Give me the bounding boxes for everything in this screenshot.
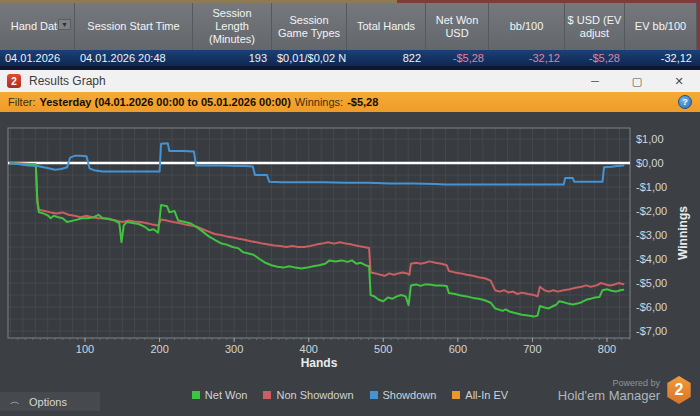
legend-swatch-icon — [192, 391, 200, 399]
maximize-button[interactable]: ▢ — [616, 70, 658, 92]
legend-item-net-won[interactable]: Net Won — [192, 389, 248, 401]
results-graph-window: 2 Results Graph ─ ▢ ✕ Filter: Yesterday … — [0, 70, 700, 416]
filter-label: Filter: — [8, 96, 36, 108]
x-tick-label: 600 — [449, 343, 467, 355]
header-label: EV bb/100 — [635, 20, 686, 33]
winnings-label: Winnings: — [295, 96, 343, 108]
filter-period: Yesterday (04.01.2026 00:00 to 05.01.202… — [40, 96, 291, 108]
window-title: Results Graph — [29, 74, 106, 88]
legend-item-all-in-ev[interactable]: All-In EV — [452, 389, 508, 401]
sort-arrow-icon[interactable]: ▼ — [58, 19, 71, 30]
y-tick-label: -$5,00 — [636, 277, 667, 289]
legend-item-showdown[interactable]: Showdown — [370, 389, 437, 401]
header-cell-3[interactable]: Session Game Types — [272, 3, 347, 50]
row-cell-5[interactable]: -$5,28 — [426, 52, 489, 64]
header-label: Net Won USD — [428, 14, 486, 40]
hm2-hex-logo-icon: 2 — [666, 376, 692, 404]
legend-item-non-showdown[interactable]: Non Showdown — [263, 389, 353, 401]
options-label: Options — [29, 396, 67, 408]
filter-bar[interactable]: Filter: Yesterday (04.01.2026 00:00 to 0… — [0, 92, 700, 112]
x-tick-label: 400 — [300, 343, 318, 355]
row-cell-8[interactable]: -32,12 — [625, 52, 697, 64]
y-tick-label: -$3,00 — [636, 229, 667, 241]
hm2-app-icon: 2 — [7, 74, 21, 88]
x-axis-title: Hands — [301, 356, 338, 370]
table-row[interactable]: 04.01.202604.01.2026 20:48193$0,01/$0,02… — [0, 50, 700, 66]
header-label: Session Length (Minutes) — [195, 7, 269, 46]
x-tick-label: 300 — [225, 343, 243, 355]
powered-by-text: Powered by — [612, 378, 660, 388]
y-tick-label: $0,00 — [636, 157, 664, 169]
header-label: Total Hands — [357, 20, 415, 33]
powered-by-branding: Powered by Hold'em Manager 2 — [558, 376, 692, 404]
help-icon[interactable]: ? — [678, 95, 692, 109]
row-cell-2[interactable]: 193 — [193, 52, 272, 64]
screen: Hand Date▼Session Start TimeSession Leng… — [0, 0, 700, 416]
header-label: Hand Date — [11, 20, 64, 33]
x-tick-label: 200 — [150, 343, 168, 355]
y-tick-label: -$1,00 — [636, 181, 667, 193]
winnings-value: -$5,28 — [347, 96, 378, 108]
header-cell-5[interactable]: Net Won USD — [426, 3, 489, 50]
row-cell-0[interactable]: 04.01.2026 — [0, 52, 75, 64]
window-titlebar[interactable]: 2 Results Graph ─ ▢ ✕ — [0, 70, 700, 92]
x-tick-label: 100 — [76, 343, 94, 355]
x-tick-label: 800 — [598, 343, 616, 355]
header-cell-2[interactable]: Session Length (Minutes) — [193, 3, 272, 50]
legend-label: Showdown — [383, 389, 437, 401]
legend-label: All-In EV — [465, 389, 508, 401]
header-cell-1[interactable]: Session Start Time — [75, 3, 193, 50]
legend-label: Net Won — [205, 389, 248, 401]
y-axis-title: Winnings — [676, 206, 690, 260]
minimize-button[interactable]: ─ — [574, 70, 616, 92]
brand-name: Hold'em Manager — [558, 388, 660, 403]
y-tick-label: $1,00 — [636, 133, 664, 145]
header-cell-4[interactable]: Total Hands — [347, 3, 426, 50]
header-cell-6[interactable]: bb/100 — [489, 3, 565, 50]
header-label: bb/100 — [510, 20, 544, 33]
legend-swatch-icon — [452, 391, 460, 399]
y-tick-label: -$4,00 — [636, 253, 667, 265]
header-label: Session Start Time — [87, 20, 179, 33]
legend-label: Non Showdown — [276, 389, 353, 401]
row-cell-4[interactable]: 822 — [347, 52, 426, 64]
table-header: Hand Date▼Session Start TimeSession Leng… — [0, 3, 697, 50]
legend-swatch-icon — [263, 391, 271, 399]
row-cell-3[interactable]: $0,01/$0,02 N — [272, 52, 347, 64]
chart-svg: 100200300400500600700800$1,00$0,00-$1,00… — [0, 112, 700, 388]
header-label: Session Game Types — [274, 14, 344, 40]
header-cell-7[interactable]: $ USD (EV adjust — [565, 3, 625, 50]
legend-swatch-icon — [370, 391, 378, 399]
header-cell-8[interactable]: EV bb/100 — [625, 3, 697, 50]
options-button[interactable]: ︿ Options — [0, 392, 100, 411]
row-cell-7[interactable]: -$5,28 — [565, 52, 625, 64]
x-tick-label: 700 — [523, 343, 541, 355]
chevron-up-icon: ︿ — [10, 398, 20, 404]
y-tick-label: -$2,00 — [636, 205, 667, 217]
header-cell-0[interactable]: Hand Date▼ — [0, 3, 75, 50]
row-cell-6[interactable]: -32,12 — [489, 52, 565, 64]
row-cell-1[interactable]: 04.01.2026 20:48 — [75, 52, 193, 64]
y-tick-label: -$6,00 — [636, 301, 667, 313]
header-label: $ USD (EV adjust — [567, 14, 622, 40]
close-button[interactable]: ✕ — [658, 70, 700, 92]
results-chart: 100200300400500600700800$1,00$0,00-$1,00… — [0, 112, 700, 388]
y-tick-label: -$7,00 — [636, 325, 667, 337]
x-tick-label: 500 — [374, 343, 392, 355]
